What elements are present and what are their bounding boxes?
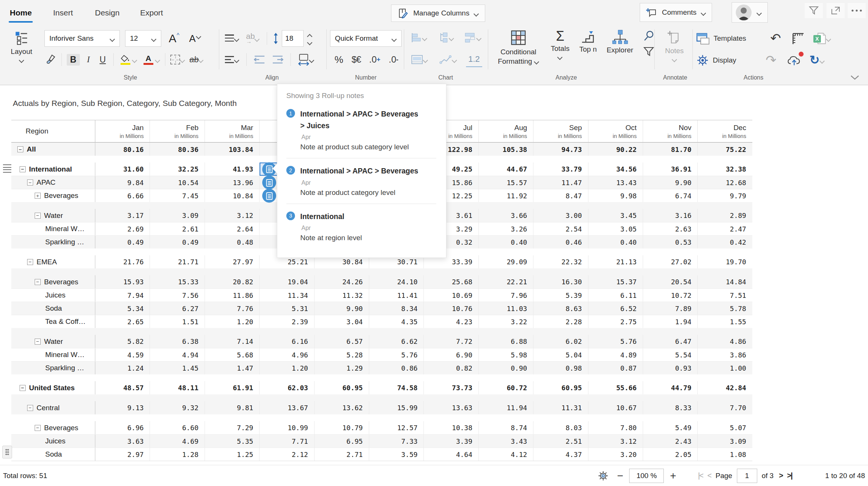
row-height-input[interactable]: 18 bbox=[282, 30, 304, 47]
row-label-united-states[interactable]: −United States bbox=[11, 381, 95, 394]
row-drag-handle-icon[interactable] bbox=[3, 164, 11, 173]
data-cell[interactable]: 11.47 bbox=[533, 176, 588, 189]
row-label-water[interactable]: −Water bbox=[11, 335, 95, 348]
data-cell[interactable]: 5.04 bbox=[533, 348, 588, 361]
data-cell[interactable]: 0.42 bbox=[697, 236, 752, 248]
data-cell[interactable]: 12.57 bbox=[369, 421, 423, 434]
data-cell[interactable]: 5.54 bbox=[643, 348, 697, 361]
last-page-button[interactable]: >| bbox=[787, 471, 792, 480]
data-cell[interactable]: 6.96 bbox=[95, 421, 150, 434]
data-cell[interactable]: 10.54 bbox=[150, 176, 204, 189]
data-cell[interactable]: 9.90 bbox=[314, 302, 369, 315]
display-button[interactable]: Display bbox=[696, 54, 736, 67]
zoom-level-input[interactable]: 100 % bbox=[629, 469, 664, 483]
rollup-note-icon[interactable] bbox=[262, 189, 276, 203]
data-cell[interactable]: 9.84 bbox=[95, 176, 150, 189]
row-label-juices[interactable]: Juices bbox=[11, 435, 95, 448]
borders-button[interactable] bbox=[168, 52, 187, 67]
data-cell[interactable]: 0.48 bbox=[205, 236, 259, 248]
row-label-central[interactable]: −Central bbox=[11, 401, 95, 414]
data-cell[interactable]: 20.54 bbox=[643, 275, 697, 288]
notes-button[interactable]: Notes bbox=[659, 30, 690, 61]
data-cell[interactable]: 24.10 bbox=[369, 275, 423, 288]
collapse-ribbon-button[interactable] bbox=[850, 75, 860, 81]
column-header-mar[interactable]: Marin Millions bbox=[205, 120, 259, 142]
data-cell[interactable]: 3.12 bbox=[588, 435, 643, 448]
data-cell[interactable]: 8.74 bbox=[478, 421, 533, 434]
data-cell[interactable]: 22.32 bbox=[533, 255, 588, 268]
more-options-button[interactable] bbox=[848, 3, 866, 18]
data-cell[interactable]: 6.66 bbox=[95, 189, 150, 202]
data-cell[interactable]: 62.03 bbox=[259, 381, 314, 394]
data-cell[interactable]: 0.82 bbox=[423, 362, 478, 374]
data-cell[interactable]: 14.84 bbox=[697, 275, 752, 288]
data-cell[interactable]: 21.13 bbox=[588, 255, 643, 268]
user-avatar-button[interactable] bbox=[732, 2, 768, 23]
row-label-mineral-w-[interactable]: Mineral W… bbox=[11, 348, 95, 361]
expand-toggle-icon[interactable]: + bbox=[35, 193, 41, 199]
increase-font-button[interactable]: A^ bbox=[167, 31, 182, 46]
data-cell[interactable]: 11.34 bbox=[259, 289, 314, 302]
data-cell[interactable]: 32.25 bbox=[150, 163, 204, 176]
collapse-toggle-icon[interactable]: − bbox=[17, 146, 23, 152]
data-cell[interactable]: 6.27 bbox=[150, 302, 204, 315]
data-cell[interactable]: 3.45 bbox=[588, 209, 643, 222]
data-cell[interactable]: 1.29 bbox=[314, 362, 369, 374]
data-cell[interactable]: 9.90 bbox=[643, 176, 697, 189]
column-header-nov[interactable]: Novin Millions bbox=[643, 120, 697, 142]
data-cell[interactable]: 5.98 bbox=[478, 348, 533, 361]
row-label-tea---coff-[interactable]: Tea & Coff… bbox=[11, 315, 95, 328]
data-cell[interactable]: 8.47 bbox=[533, 189, 588, 202]
data-cell[interactable]: 7.80 bbox=[588, 421, 643, 434]
data-cell[interactable]: 3.63 bbox=[95, 435, 150, 448]
data-cell[interactable]: 75.22 bbox=[697, 143, 752, 156]
data-cell[interactable]: 1.00 bbox=[697, 362, 752, 374]
data-cell[interactable]: 2.64 bbox=[205, 222, 259, 235]
data-cell[interactable]: 19.70 bbox=[697, 255, 752, 268]
data-cell[interactable]: 10.67 bbox=[588, 401, 643, 414]
data-cell[interactable]: 8.33 bbox=[643, 401, 697, 414]
column-header-aug[interactable]: Augin Millions bbox=[478, 120, 533, 142]
data-cell[interactable]: 0.98 bbox=[533, 362, 588, 374]
data-cell[interactable]: 3.00 bbox=[533, 209, 588, 222]
data-cell[interactable]: 19.04 bbox=[259, 275, 314, 288]
data-cell[interactable]: 8.34 bbox=[369, 302, 423, 315]
collapse-toggle-icon[interactable]: − bbox=[35, 339, 41, 345]
vertical-align-button[interactable] bbox=[222, 31, 241, 46]
data-cell[interactable]: 0.49 bbox=[150, 236, 204, 248]
data-cell[interactable]: 7.96 bbox=[478, 289, 533, 302]
data-cell[interactable]: 2.65 bbox=[95, 315, 150, 328]
data-cell[interactable]: 11.32 bbox=[314, 289, 369, 302]
column-header-feb[interactable]: Febin Millions bbox=[150, 120, 204, 142]
data-cell[interactable]: 1.45 bbox=[150, 362, 204, 374]
data-cell[interactable]: 4.94 bbox=[150, 348, 204, 361]
data-cell[interactable]: 6.62 bbox=[369, 335, 423, 348]
data-cell[interactable]: 13.43 bbox=[588, 176, 643, 189]
data-cell[interactable]: 2.39 bbox=[259, 315, 314, 328]
data-cell[interactable]: 61.91 bbox=[205, 381, 259, 394]
data-cell[interactable]: 6.60 bbox=[150, 421, 204, 434]
data-cell[interactable]: 3.39 bbox=[423, 435, 478, 448]
data-cell[interactable]: 3.43 bbox=[478, 435, 533, 448]
data-cell[interactable]: 27.97 bbox=[205, 255, 259, 268]
data-cell[interactable]: 3.59 bbox=[369, 448, 423, 461]
row-label-soda[interactable]: Soda bbox=[11, 302, 95, 315]
data-cell[interactable]: 4.35 bbox=[369, 315, 423, 328]
data-cell[interactable]: 10.69 bbox=[423, 289, 478, 302]
data-cell[interactable]: 7.33 bbox=[369, 435, 423, 448]
conditional-formatting-button[interactable]: ConditionalFormatting bbox=[496, 29, 541, 66]
data-cell[interactable]: 94.73 bbox=[533, 143, 588, 156]
data-cell[interactable]: 0.93 bbox=[643, 362, 697, 374]
data-cell[interactable]: 32.38 bbox=[697, 163, 752, 176]
data-cell[interactable]: 2.89 bbox=[697, 209, 752, 222]
data-cell[interactable]: 20.82 bbox=[205, 275, 259, 288]
collapse-toggle-icon[interactable]: − bbox=[35, 213, 41, 219]
data-cell[interactable]: 11.94 bbox=[478, 401, 533, 414]
data-cell[interactable]: 34.56 bbox=[588, 163, 643, 176]
row-label-sparkling--[interactable]: Sparkling … bbox=[11, 236, 95, 248]
tab-insert[interactable]: Insert bbox=[53, 8, 73, 17]
sparkline-button[interactable] bbox=[437, 52, 459, 67]
data-cell[interactable]: 9.79 bbox=[697, 189, 752, 202]
data-cell[interactable]: 6.88 bbox=[478, 335, 533, 348]
tab-export[interactable]: Export bbox=[140, 8, 163, 17]
